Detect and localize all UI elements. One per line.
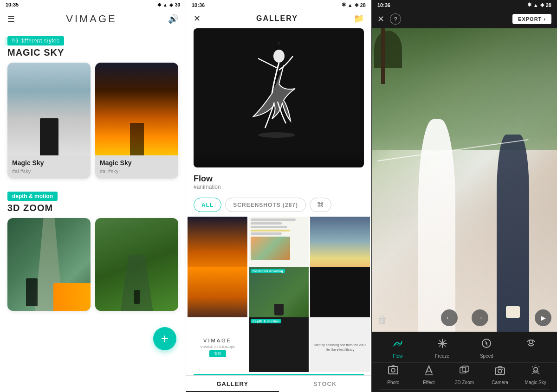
zoom-badge: depth & motion <box>251 319 281 323</box>
gallery-bottom-nav: GALLERY STOCK <box>186 375 371 392</box>
featured-info: Flow #animation <box>186 171 371 195</box>
install-btn[interactable]: 安装 <box>209 350 226 357</box>
status-icons-p2: ✱ ▲ ◈ 28 <box>342 2 366 8</box>
magicsky-label: Magic Sky <box>525 380 546 385</box>
undo-button[interactable]: ← <box>441 309 458 326</box>
freeze-label: Freeze <box>435 353 449 359</box>
card-zoom2-image <box>95 218 178 311</box>
effect-label: Effect <box>423 380 434 385</box>
svg-point-18 <box>498 369 502 373</box>
header-p1: ☰ VIMAGE 🔊 <box>0 9 186 31</box>
tool-speed[interactable]: Speed <box>465 337 509 359</box>
wifi-p2: ◈ <box>355 2 358 8</box>
card-sky1-image <box>7 63 91 155</box>
filter-all[interactable]: ALL <box>194 198 221 212</box>
grid-item-vimage[interactable]: VIMAGE VIMAGE 3.4.0.6-nu.apk 安装 <box>188 317 247 372</box>
time-p3: 10:36 <box>377 2 390 8</box>
close-icon-p3[interactable]: ✕ <box>377 14 384 24</box>
svg-point-20 <box>534 367 538 371</box>
tool-row-1: Flow Freeze <box>372 335 557 360</box>
tool-camera[interactable]: Camera <box>482 365 518 385</box>
redo-button[interactable]: → <box>472 309 488 326</box>
couple-lower <box>372 135 557 332</box>
time-p2: 10:36 <box>192 2 205 8</box>
wifi-p3: ◈ <box>540 2 544 8</box>
photo-icon <box>388 365 399 379</box>
flow-icon <box>392 337 404 352</box>
fab-add-button[interactable]: + <box>153 327 176 350</box>
section-title-3d-zoom: 3D ZOOM <box>0 203 186 218</box>
zoom-cards <box>0 218 186 318</box>
magic-sky-card-1[interactable]: Magic Sky #ai #sky <box>7 63 91 179</box>
svg-point-11 <box>391 368 395 372</box>
featured-gradient <box>194 149 364 167</box>
wifi-icon-p1: ◈ <box>169 2 173 7</box>
tool-photo[interactable]: Photo <box>376 365 411 385</box>
featured-item[interactable] <box>194 28 364 167</box>
export-arrow: › <box>544 16 546 22</box>
nav-gallery[interactable]: GALLERY <box>186 376 279 392</box>
tool-flow[interactable]: Flow <box>376 337 420 359</box>
speed-label: Speed <box>480 353 493 359</box>
help-icon[interactable]: ? <box>390 13 401 25</box>
svg-point-6 <box>441 342 444 345</box>
magic-sky-card-2[interactable]: Magic Sky #ai #sky <box>95 63 178 179</box>
bluetooth-icon-p2: ✱ <box>342 2 346 8</box>
card-sky2-image <box>95 63 178 155</box>
featured-image <box>194 28 364 167</box>
status-icons-p1: ✱ ▲ ◈ 30 <box>157 2 180 7</box>
nav-stock[interactable]: STOCK <box>279 376 372 392</box>
flow-label-tool: Flow <box>393 353 402 359</box>
tool-row-2: Photo Effect <box>372 362 557 387</box>
zoom-card-1[interactable] <box>7 218 91 311</box>
photo-label: Photo <box>387 380 399 385</box>
wedding-photo <box>372 28 557 332</box>
editor-nav-arrows: ← → <box>372 309 557 326</box>
sound-icon[interactable]: 🔊 <box>168 14 178 24</box>
svg-rect-10 <box>389 366 398 374</box>
tl2 <box>251 222 282 225</box>
battery-p1: 30 <box>175 2 180 7</box>
groom-suit <box>497 135 529 332</box>
editor-canvas: ← → 🗑 ▶ <box>372 28 557 332</box>
tool-camera-extra[interactable] <box>509 337 553 359</box>
extra-icon <box>525 337 537 352</box>
close-icon-p2[interactable]: ✕ <box>194 13 201 24</box>
panel-vimage-home: 10:35 ✱ ▲ ◈ 30 兴趣屋 www.xqu5.com ☰ VIMAGE… <box>0 0 186 392</box>
tool-3dzoom[interactable]: 3D Zoom <box>447 365 482 385</box>
card-zoom1-image <box>7 218 91 311</box>
menu-icon[interactable]: ☰ <box>7 14 15 24</box>
badge-3d-zoom: depth & motion <box>7 192 58 201</box>
bluetooth-icon-p3: ✱ <box>527 2 531 8</box>
delete-button[interactable]: 🗑 <box>377 314 388 326</box>
tool-effect[interactable]: Effect <box>411 365 447 385</box>
grid-item-extra[interactable]: Start by choosing one from the 200+ life… <box>310 317 370 372</box>
card1-tags: #ai #sky <box>7 168 91 179</box>
svg-point-9 <box>529 340 533 344</box>
bride-dress <box>418 119 455 332</box>
panel-editor: 10:36 ✱ ▲ ◈ 28 ✕ ? EXPORT › <box>371 0 557 392</box>
tool-magicsky[interactable]: Magic Sky <box>518 365 553 385</box>
zoom3d-icon <box>459 365 470 379</box>
tl3 <box>251 226 287 228</box>
section-title-magic-sky: MAGIC SKY <box>0 47 186 63</box>
editor-toolbar: Flow Freeze <box>372 332 557 389</box>
magic-sky-cards: Magic Sky #ai #sky Magic Sky #ai #sky <box>0 63 186 186</box>
status-icons-p3: ✱ ▲ ◈ 28 <box>527 2 551 8</box>
filter-screenshots[interactable]: SCREENSHOTS (287) <box>225 198 306 212</box>
person-silhouette <box>26 278 38 306</box>
bluetooth-icon-p1: ✱ <box>157 2 161 7</box>
bottom-bar-p3 <box>379 389 550 390</box>
apk-label: VIMAGE 3.4.0.6-nu.apk <box>201 345 235 348</box>
speed-icon <box>480 337 492 352</box>
figure-silhouette <box>40 118 58 155</box>
zoom-card-2[interactable] <box>95 218 178 311</box>
export-label: EXPORT <box>518 16 542 22</box>
play-button[interactable]: ▶ <box>535 309 551 326</box>
folder-icon[interactable]: 📁 <box>354 13 364 24</box>
card1-label: Magic Sky <box>7 155 91 168</box>
export-button[interactable]: EXPORT › <box>512 14 551 24</box>
filter-chinese[interactable]: 我 <box>310 198 331 212</box>
grid-item-zoom-badge[interactable]: depth & motion 3D ZOOM <box>249 317 309 372</box>
tool-freeze[interactable]: Freeze <box>420 337 465 359</box>
